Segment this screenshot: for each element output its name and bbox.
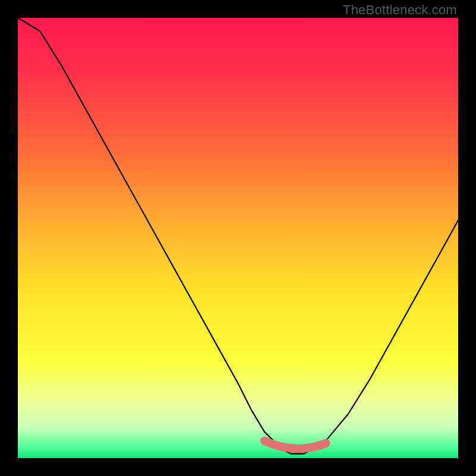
plot-area <box>18 18 458 458</box>
watermark-text: TheBottleneck.com <box>343 2 457 18</box>
chart-frame: TheBottleneck.com <box>0 0 476 476</box>
bottleneck-curve <box>18 18 458 454</box>
optimal-range-highlight <box>264 441 326 449</box>
curve-layer <box>18 18 458 458</box>
